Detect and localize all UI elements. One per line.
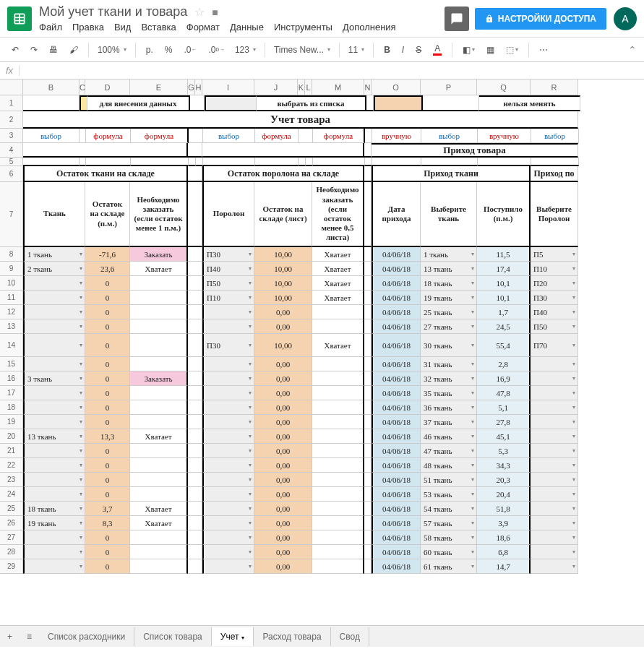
italic-button[interactable]: I [398, 42, 408, 58]
cell[interactable]: 47 ткань [421, 444, 477, 458]
cell[interactable] [188, 305, 202, 319]
spreadsheet-grid[interactable]: BCDEGHIJKLMNOPQR1для внесения данныхвыбр… [0, 79, 644, 625]
cell[interactable]: 0 [85, 559, 130, 574]
cell[interactable]: 55,4 [477, 334, 531, 357]
cell[interactable]: 13,3 [85, 429, 130, 444]
font-size-select[interactable]: 11 [345, 43, 367, 56]
row-header[interactable]: 7 [0, 182, 23, 247]
row-header[interactable]: 25 [0, 502, 23, 516]
row-header[interactable]: 21 [0, 444, 23, 458]
sheets-logo-icon[interactable] [7, 7, 32, 31]
cell[interactable]: 58 ткань [421, 530, 477, 545]
col-header-L[interactable]: L [305, 79, 312, 95]
cell[interactable] [531, 545, 578, 559]
cell[interactable] [364, 371, 372, 386]
cell[interactable] [423, 95, 479, 111]
cell[interactable] [202, 516, 254, 530]
cell[interactable]: 0,00 [254, 429, 312, 444]
comments-button[interactable] [445, 7, 469, 31]
cell[interactable] [365, 129, 372, 143]
cell[interactable] [130, 305, 188, 319]
cell[interactable] [23, 559, 85, 574]
cell[interactable] [130, 357, 188, 371]
cell[interactable] [255, 158, 299, 166]
cell[interactable]: выбор [203, 129, 255, 143]
row-header[interactable]: 15 [0, 357, 23, 371]
cell[interactable]: Ткань [23, 182, 85, 247]
row-header[interactable]: 24 [0, 487, 23, 502]
cell[interactable] [188, 444, 202, 458]
cell[interactable] [130, 473, 188, 487]
cell[interactable]: П30 [531, 291, 578, 305]
cell[interactable]: 0,00 [254, 415, 312, 429]
cell[interactable]: 10,00 [254, 276, 312, 291]
cell[interactable]: 20,4 [477, 487, 531, 502]
cell[interactable] [202, 473, 254, 487]
cell[interactable]: Приход ткани [372, 166, 531, 182]
cell[interactable] [364, 502, 372, 516]
cell[interactable]: выбрать из списка [257, 95, 366, 111]
cell[interactable]: П30 [202, 334, 254, 357]
col-header-C[interactable]: C [80, 79, 85, 95]
cell[interactable] [23, 386, 85, 400]
cell[interactable]: П50 [202, 276, 254, 291]
cell[interactable] [202, 415, 254, 429]
cell[interactable] [188, 357, 202, 371]
cell[interactable]: 32 ткань [421, 371, 477, 386]
cell[interactable] [364, 545, 372, 559]
cell[interactable] [202, 305, 254, 319]
row-header[interactable]: 3 [0, 129, 23, 143]
cell[interactable]: 0,00 [254, 487, 312, 502]
col-header-B[interactable]: B [23, 79, 80, 95]
cell[interactable]: 13 ткань [23, 429, 85, 444]
col-header-H[interactable]: H [195, 79, 202, 95]
fx-icon[interactable]: fx [0, 65, 20, 76]
cell[interactable]: 04/06/18 [372, 276, 421, 291]
cell[interactable]: 0,00 [254, 305, 312, 319]
col-header-R[interactable]: R [531, 79, 578, 95]
cell[interactable] [23, 143, 188, 158]
cell[interactable]: 0 [85, 458, 130, 473]
cell[interactable]: 19 ткань [23, 516, 85, 530]
cell[interactable] [531, 400, 578, 415]
cell[interactable]: 0 [85, 291, 130, 305]
cell[interactable] [531, 473, 578, 487]
cell[interactable] [188, 415, 202, 429]
cell[interactable] [188, 166, 202, 182]
cell[interactable] [531, 371, 578, 386]
print-icon[interactable]: 🖶 [45, 42, 62, 58]
borders-button[interactable]: ▦ [482, 42, 499, 58]
cell[interactable] [23, 530, 85, 545]
cell[interactable]: 37 ткань [421, 415, 477, 429]
cell[interactable]: 04/06/18 [372, 291, 421, 305]
cell[interactable] [23, 319, 85, 334]
cell[interactable]: П70 [531, 334, 578, 357]
cell[interactable]: 46 ткань [421, 429, 477, 444]
bold-button[interactable]: B [379, 42, 395, 58]
col-header-D[interactable]: D [85, 79, 130, 95]
cell[interactable] [364, 487, 372, 502]
cell[interactable] [364, 143, 372, 158]
cell[interactable] [188, 334, 202, 357]
cell[interactable] [531, 502, 578, 516]
row-header[interactable]: 6 [0, 166, 23, 182]
cell[interactable]: 5,1 [477, 400, 531, 415]
row-header[interactable]: 19 [0, 415, 23, 429]
cell[interactable]: 5,3 [477, 444, 531, 458]
cell[interactable] [188, 545, 202, 559]
cell[interactable]: 20,3 [477, 473, 531, 487]
cell[interactable]: 24,5 [477, 319, 531, 334]
cell[interactable]: 16,9 [477, 371, 531, 386]
cell[interactable]: 04/06/18 [372, 530, 421, 545]
cell[interactable]: 04/06/18 [372, 262, 421, 276]
cell[interactable] [531, 487, 578, 502]
cell[interactable]: П10 [531, 262, 578, 276]
cell[interactable] [299, 129, 313, 143]
cell[interactable] [188, 400, 202, 415]
cell[interactable]: Хватает [312, 262, 364, 276]
cell[interactable] [312, 458, 364, 473]
cell[interactable] [313, 158, 365, 166]
cell[interactable]: П50 [531, 319, 578, 334]
cell[interactable] [364, 305, 372, 319]
cell[interactable] [421, 158, 478, 166]
